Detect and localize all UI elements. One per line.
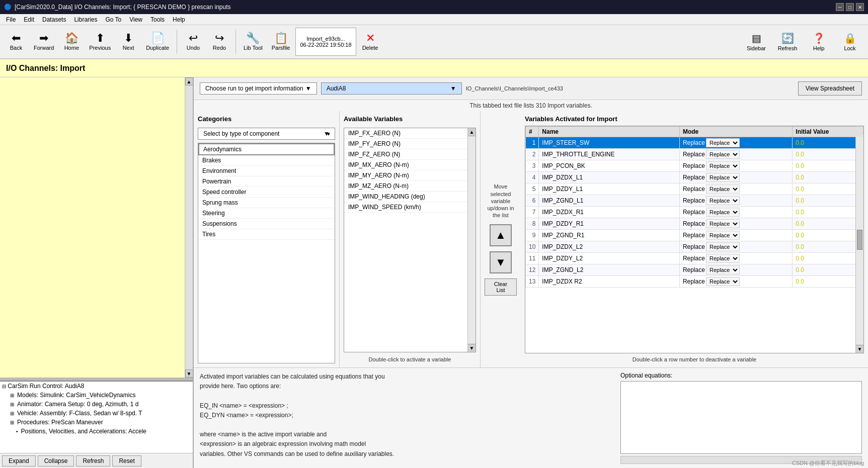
row-number[interactable]: 7 xyxy=(526,207,539,218)
table-row[interactable]: 9 IMP_ZGND_R1 Replace Replace Add 0.0 xyxy=(526,230,863,241)
variable-item[interactable]: IMP_WIND_HEADING (deg) xyxy=(344,192,476,202)
close-button[interactable]: ✕ xyxy=(856,3,864,11)
menu-goto[interactable]: Go To xyxy=(101,15,125,24)
refresh-button[interactable]: Refresh xyxy=(76,455,110,466)
variable-item[interactable]: IMP_WIND_SPEED (km/h) xyxy=(344,202,476,213)
table-row[interactable]: 4 IMP_DZDX_L1 Replace Replace Add 0.0 xyxy=(526,172,863,183)
mode-select[interactable]: Replace Add xyxy=(706,173,740,182)
row-mode[interactable]: Replace Replace Add xyxy=(679,276,792,288)
help-button[interactable]: ❓ Help xyxy=(805,28,833,56)
redo-button[interactable]: ↪ Redo xyxy=(207,28,231,56)
row-number[interactable]: 1 xyxy=(526,137,539,149)
refresh-toolbar-button[interactable]: 🔄 Refresh xyxy=(773,28,802,56)
row-number[interactable]: 4 xyxy=(526,172,539,183)
tree-item[interactable]: ⊞Animator: Camera Setup: 0 deg, Azimuth,… xyxy=(0,400,193,409)
var-scroll-up[interactable]: ▲ xyxy=(468,128,476,136)
mode-select[interactable]: Replace Add xyxy=(706,277,740,286)
row-number[interactable]: 9 xyxy=(526,230,539,241)
mode-select[interactable]: Replace Add xyxy=(706,208,740,217)
mode-select[interactable]: Replace Add xyxy=(706,231,740,240)
category-item[interactable]: Tires xyxy=(198,229,335,240)
mode-select[interactable]: Replace Add xyxy=(706,150,740,159)
mode-select[interactable]: Replace Add xyxy=(706,219,740,228)
tree-item[interactable]: •Positions, Velocities, and Acceleration… xyxy=(0,427,193,436)
row-number[interactable]: 10 xyxy=(526,241,539,253)
reset-button[interactable]: Reset xyxy=(112,455,141,466)
delete-button[interactable]: ✕ Delete xyxy=(358,28,382,56)
category-type-selector[interactable]: Select by type of component ▼ xyxy=(198,128,335,140)
row-number[interactable]: 8 xyxy=(526,218,539,230)
menu-datasets[interactable]: Datasets xyxy=(38,15,70,24)
category-item[interactable]: Suspensions xyxy=(198,219,335,229)
menu-libraries[interactable]: Libraries xyxy=(70,15,101,24)
minimize-button[interactable]: ─ xyxy=(836,3,844,11)
category-item[interactable]: Brakes xyxy=(198,155,335,166)
row-mode[interactable]: Replace Replace Add xyxy=(679,137,792,149)
tree-item[interactable]: ⊞Procedures: PreScan Maneuver xyxy=(0,418,193,427)
row-mode[interactable]: Replace Replace Add xyxy=(679,149,792,160)
table-row[interactable]: 10 IMP_DZDX_L2 Replace Replace Add 0.0 xyxy=(526,241,863,253)
row-number[interactable]: 11 xyxy=(526,253,539,264)
view-spreadsheet-button[interactable]: View Spreadsheet xyxy=(798,81,862,96)
variable-item[interactable]: IMP_MZ_AERO (N-m) xyxy=(344,181,476,192)
variable-item[interactable]: IMP_MX_AERO (N-m) xyxy=(344,160,476,170)
table-row[interactable]: 12 IMP_ZGND_L2 Replace Replace Add 0.0 xyxy=(526,264,863,276)
sidebar-button[interactable]: ▤ Sidebar xyxy=(742,28,770,56)
category-item[interactable]: Sprung mass xyxy=(198,198,335,208)
tree-item[interactable]: ⊞Models: Simulink: CarSim_VehicleDynamic… xyxy=(0,391,193,400)
collapse-button[interactable]: Collapse xyxy=(38,455,74,466)
duplicate-button[interactable]: 📄 Duplicate xyxy=(142,28,173,56)
previous-button[interactable]: ⬆ Previous xyxy=(86,28,114,56)
move-up-button[interactable]: ▲ xyxy=(490,224,512,246)
row-mode[interactable]: Replace Replace Add xyxy=(679,218,792,230)
row-mode[interactable]: Replace Replace Add xyxy=(679,172,792,183)
next-button[interactable]: ⬇ Next xyxy=(116,28,140,56)
activated-scroll-thumb[interactable] xyxy=(857,230,862,250)
scroll-up-arrow[interactable]: ▲ xyxy=(185,77,193,85)
row-number[interactable]: 2 xyxy=(526,149,539,160)
back-button[interactable]: ⬅ Back xyxy=(4,28,28,56)
category-item[interactable]: Environment xyxy=(198,166,335,176)
parsfile-button[interactable]: 📋 Parsfile xyxy=(268,28,294,56)
mode-select[interactable]: Replace Add xyxy=(706,161,740,170)
activated-scrollbar[interactable]: ▲ ▼ xyxy=(855,126,863,353)
equations-input[interactable] xyxy=(620,381,862,454)
menu-edit[interactable]: Edit xyxy=(20,15,38,24)
table-row[interactable]: 11 IMP_DZDY_L2 Replace Replace Add 0.0 xyxy=(526,253,863,264)
variable-item[interactable]: IMP_MY_AERO (N-m) xyxy=(344,170,476,181)
lib-tool-button[interactable]: 🔧 Lib Tool xyxy=(240,28,266,56)
vehicle-selector[interactable]: AudiA8 ▼ xyxy=(321,82,462,95)
row-number[interactable]: 12 xyxy=(526,264,539,276)
table-row[interactable]: 7 IMP_DZDX_R1 Replace Replace Add 0.0 xyxy=(526,207,863,218)
forward-button[interactable]: ➡ Forward xyxy=(30,28,57,56)
clear-list-button[interactable]: Clear List xyxy=(485,278,517,296)
table-row[interactable]: 1 IMP_STEER_SW Replace Replace Add 0.0 xyxy=(526,137,863,149)
scroll-down-arrow[interactable]: ▼ xyxy=(185,369,193,378)
row-number[interactable]: 3 xyxy=(526,160,539,172)
row-mode[interactable]: Replace Replace Add xyxy=(679,230,792,241)
variable-item[interactable]: IMP_FX_AERO (N) xyxy=(344,128,476,139)
category-item[interactable]: Aerodynamics xyxy=(198,143,335,155)
variable-item[interactable]: IMP_FY_AERO (N) xyxy=(344,139,476,149)
tree-item[interactable]: ⊞Vehicle: Assembly: F-Class, Sedan w/ 8-… xyxy=(0,409,193,418)
table-row[interactable]: 13 IMP_DZDX R2 Replace Replace Add 0.0 xyxy=(526,276,863,288)
row-mode[interactable]: Replace Replace Add xyxy=(679,207,792,218)
table-row[interactable]: 3 IMP_PCON_BK Replace Replace Add 0.0 xyxy=(526,160,863,172)
variable-item[interactable]: IMP_FZ_AERO (N) xyxy=(344,149,476,160)
mode-select[interactable]: Replace Add xyxy=(706,265,740,274)
mode-select[interactable]: Replace Add xyxy=(706,242,740,251)
row-mode[interactable]: Replace Replace Add xyxy=(679,183,792,195)
menu-help[interactable]: Help xyxy=(169,15,189,24)
row-mode[interactable]: Replace Replace Add xyxy=(679,160,792,172)
activated-scroll-down[interactable]: ▼ xyxy=(856,345,863,353)
row-number[interactable]: 5 xyxy=(526,183,539,195)
menu-file[interactable]: File xyxy=(2,15,20,24)
mode-select[interactable]: Replace Add xyxy=(706,196,740,205)
category-item[interactable]: Powertrain xyxy=(198,176,335,187)
left-panel-scrollbar[interactable]: ▲ ▼ xyxy=(185,77,193,378)
row-number[interactable]: 6 xyxy=(526,195,539,207)
tree-root[interactable]: ⊟ CarSim Run Control: AudiA8 xyxy=(0,382,193,391)
row-mode[interactable]: Replace Replace Add xyxy=(679,241,792,253)
lock-button[interactable]: 🔒 Lock xyxy=(836,28,864,56)
category-item[interactable]: Speed controller xyxy=(198,187,335,198)
